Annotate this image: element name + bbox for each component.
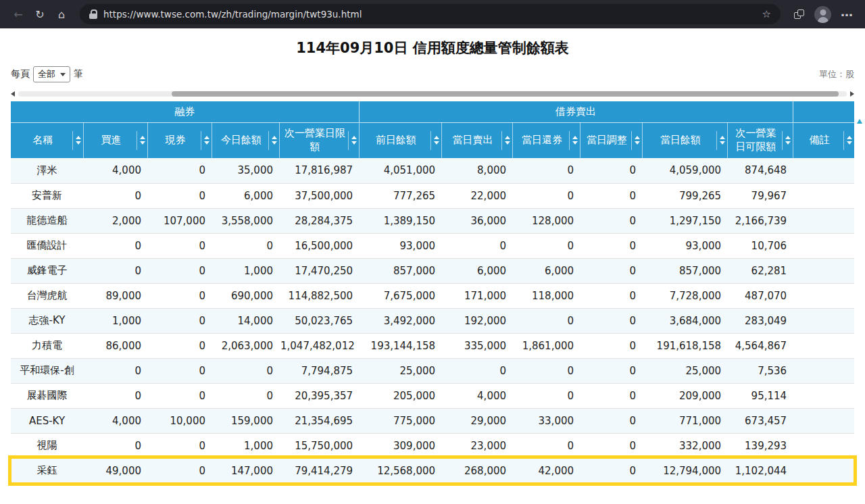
value-cell: 10,000 — [147, 408, 212, 433]
value-cell: 2,063,000 — [212, 333, 279, 358]
value-cell: 0 — [147, 258, 212, 283]
sort-icon[interactable] — [569, 131, 578, 150]
scroll-right-icon[interactable] — [850, 91, 854, 97]
per-page-value: 全部 — [38, 68, 55, 80]
value-cell: 1,000 — [212, 258, 279, 283]
column-header-label: 次一營業日可限額 — [732, 127, 781, 153]
value-cell: 775,000 — [359, 408, 441, 433]
value-cell: 192,000 — [441, 308, 512, 333]
column-header-0[interactable]: 名稱 — [11, 122, 83, 158]
sort-icon[interactable] — [501, 131, 510, 150]
value-cell: 0 — [580, 458, 642, 483]
value-cell: 2,000 — [83, 208, 147, 233]
per-page-select[interactable]: 全部 — [33, 66, 70, 82]
value-cell: 86,000 — [83, 333, 147, 358]
value-cell: 4,000 — [83, 408, 147, 433]
value-cell: 4,564,867 — [727, 333, 793, 358]
scroll-up-icon[interactable] — [857, 119, 862, 124]
value-cell: 6,000 — [212, 183, 279, 208]
sort-icon[interactable] — [137, 131, 145, 150]
value-cell: 673,457 — [727, 408, 793, 433]
sort-icon[interactable] — [72, 131, 81, 150]
value-cell: 0 — [512, 358, 580, 383]
value-cell: 0 — [212, 233, 279, 258]
value-cell: 7,536 — [727, 358, 793, 383]
value-cell: 20,395,357 — [279, 383, 359, 408]
sort-icon[interactable] — [631, 131, 640, 150]
sort-icon[interactable] — [268, 131, 277, 150]
refresh-icon[interactable]: ↻ — [30, 4, 50, 24]
sort-icon[interactable] — [782, 131, 791, 150]
value-cell: 0 — [512, 433, 580, 458]
value-cell: 268,000 — [441, 458, 512, 483]
table-body: 澤米4,000035,00017,816,9874,051,0008,00000… — [11, 158, 854, 483]
column-header-6[interactable]: 當日賣出 — [441, 122, 512, 158]
value-cell: 857,000 — [359, 258, 441, 283]
column-header-5[interactable]: 前日餘額 — [359, 122, 441, 158]
value-cell: 4,000 — [441, 383, 512, 408]
margin-balance-table: 融券借券賣出 名稱買進現券今日餘額次一營業日限額前日餘額當日賣出當日還券當日調整… — [11, 101, 854, 484]
value-cell: 799,265 — [642, 183, 727, 208]
remark-cell — [793, 408, 854, 433]
value-cell: 6,000 — [441, 258, 512, 283]
more-options-icon[interactable]: … — [837, 1, 857, 22]
remark-cell — [793, 183, 854, 208]
scroll-left-icon[interactable] — [11, 91, 15, 97]
page-content: 114年09月10日 信用額度總量管制餘額表 每頁 全部 筆 單位：股 融券借券… — [0, 39, 865, 484]
url-text: https://www.twse.com.tw/zh/trading/margi… — [103, 9, 756, 20]
sort-icon[interactable] — [201, 131, 209, 150]
value-cell: 0 — [147, 283, 212, 308]
value-cell: 15,750,000 — [279, 433, 359, 458]
column-header-9[interactable]: 當日餘額 — [642, 122, 727, 158]
value-cell: 0 — [580, 283, 642, 308]
column-header-1[interactable]: 買進 — [83, 122, 147, 158]
value-cell: 332,000 — [642, 433, 727, 458]
value-cell: 33,000 — [512, 408, 580, 433]
table-row: 匯僑設計00016,500,00093,00000093,00010,706 — [11, 233, 854, 258]
favorite-star-icon[interactable]: ☆ — [762, 8, 771, 20]
scrollbar-thumb[interactable] — [172, 91, 839, 97]
sort-icon[interactable] — [348, 131, 357, 150]
stock-name-cell: AES-KY — [11, 408, 83, 433]
back-icon[interactable]: ← — [8, 4, 28, 24]
value-cell: 17,816,987 — [279, 158, 359, 183]
value-cell: 0 — [83, 258, 147, 283]
value-cell: 0 — [580, 183, 642, 208]
value-cell: 335,000 — [441, 333, 512, 358]
value-cell: 95,114 — [727, 383, 793, 408]
home-icon[interactable]: ⌂ — [51, 4, 72, 24]
scrollbar-track[interactable] — [18, 91, 847, 97]
value-cell: 0 — [580, 308, 642, 333]
value-cell: 49,000 — [83, 458, 147, 483]
value-cell: 114,882,500 — [279, 283, 359, 308]
value-cell: 0 — [580, 258, 642, 283]
value-cell: 4,059,000 — [642, 158, 727, 183]
value-cell: 3,492,000 — [359, 308, 441, 333]
column-header-10[interactable]: 次一營業日可限額 — [727, 122, 793, 158]
value-cell: 193,144,158 — [359, 333, 441, 358]
address-bar[interactable]: https://www.twse.com.tw/zh/trading/margi… — [80, 4, 781, 24]
value-cell: 107,000 — [147, 208, 212, 233]
profile-avatar[interactable] — [814, 6, 831, 23]
value-cell: 22,000 — [441, 183, 512, 208]
stock-name-cell: 平和環保-創 — [11, 358, 83, 383]
remark-cell — [793, 383, 854, 408]
column-header-4[interactable]: 次一營業日限額 — [279, 122, 359, 158]
column-header-8[interactable]: 當日調整 — [580, 122, 642, 158]
column-header-3[interactable]: 今日餘額 — [212, 122, 279, 158]
sort-icon[interactable] — [843, 131, 852, 150]
stock-name-cell: 力積電 — [11, 333, 83, 358]
column-header-2[interactable]: 現券 — [147, 122, 212, 158]
value-cell: 0 — [212, 358, 279, 383]
value-cell: 8,000 — [441, 158, 512, 183]
value-cell: 0 — [147, 458, 212, 483]
sort-icon[interactable] — [430, 131, 439, 150]
remark-cell — [793, 233, 854, 258]
column-header-7[interactable]: 當日還券 — [512, 122, 580, 158]
stock-name-cell: 采鈺 — [11, 458, 83, 483]
collections-icon[interactable] — [789, 4, 809, 24]
sort-icon[interactable] — [716, 131, 725, 150]
horizontal-scrollbar[interactable] — [11, 91, 854, 97]
column-header-11[interactable]: 備註 — [793, 122, 854, 158]
table-header-row: 名稱買進現券今日餘額次一營業日限額前日餘額當日賣出當日還券當日調整當日餘額次一營… — [11, 122, 854, 158]
